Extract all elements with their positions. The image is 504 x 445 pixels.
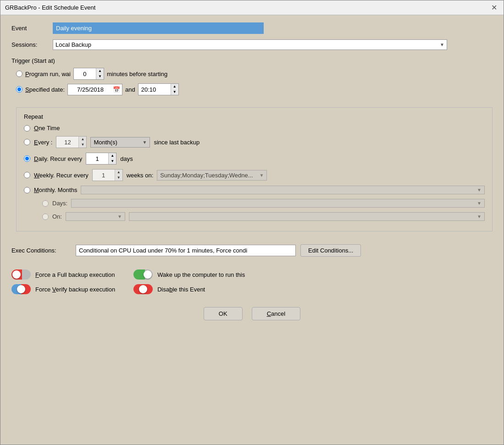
monthly-months-arrow: ▼ — [477, 187, 482, 192]
weekly-underline: W — [34, 172, 39, 179]
specified-date-radio[interactable] — [16, 86, 22, 93]
time-input[interactable] — [138, 85, 171, 94]
on-left-arrow: ▼ — [117, 214, 122, 219]
program-run-radio[interactable] — [16, 71, 22, 77]
program-run-underline: P — [25, 71, 29, 77]
wake-toggle-row: Wake up the computer to run this — [133, 269, 245, 280]
date-input-wrapper[interactable]: 📅 — [67, 84, 122, 95]
weekly-row: Weekly. Recur every ▲ ▼ weeks on: Sunday… — [24, 169, 485, 181]
right-toggle-col: Wake up the computer to run this Disable… — [133, 269, 245, 294]
time-spinner[interactable]: ▲ ▼ — [138, 83, 179, 95]
every-increment[interactable]: ▲ — [79, 137, 86, 142]
weekly-spinner-btns: ▲ ▼ — [115, 170, 122, 181]
daily-decrement[interactable]: ▼ — [109, 159, 116, 164]
exec-conditions-row: Exec Conditions: Edit Conditions... — [11, 244, 493, 257]
monthly-radio[interactable] — [24, 187, 30, 193]
one-time-row: One Time — [24, 125, 485, 132]
one-time-underline: O — [34, 125, 39, 132]
event-label: Event — [11, 25, 48, 32]
one-time-radio[interactable] — [24, 125, 30, 132]
weekly-value-input[interactable] — [93, 171, 115, 180]
every-unit-dropdown[interactable]: Month(s) ▼ — [90, 137, 150, 148]
trigger-section: Trigger (Start at) Program run, wai ▲ ▼ … — [11, 55, 493, 99]
title-bar: GRBackPro - Edit Schedule Event ✕ — [0, 0, 504, 15]
force-full-knob — [12, 270, 21, 279]
weekly-days-dropdown[interactable]: Sunday;Monday;Tuesday;Wedne... ▼ — [157, 170, 267, 181]
force-full-toggle[interactable] — [11, 269, 31, 280]
daily-radio[interactable] — [24, 155, 30, 162]
daily-row: Daily. Recur every ▲ ▼ days — [24, 153, 485, 165]
program-run-increment[interactable]: ▲ — [96, 68, 104, 74]
time-decrement[interactable]: ▼ — [171, 89, 178, 95]
event-input[interactable] — [53, 22, 264, 34]
every-suffix: since last backup — [154, 139, 199, 146]
every-spinner[interactable]: ▲ ▼ — [56, 136, 87, 148]
close-button[interactable]: ✕ — [489, 3, 499, 12]
every-underline: E — [34, 139, 38, 146]
daily-label: Daily. Recur every — [34, 155, 82, 162]
program-run-minutes-input[interactable] — [74, 70, 96, 78]
repeat-section: Repeat One Time Every : ▲ ▼ — [16, 107, 493, 231]
time-increment[interactable]: ▲ — [171, 84, 178, 89]
ok-button[interactable]: OK — [204, 307, 243, 320]
program-run-decrement[interactable]: ▼ — [96, 74, 104, 79]
days-radio[interactable] — [42, 200, 49, 207]
every-decrement[interactable]: ▼ — [79, 142, 86, 148]
on-label: On: — [52, 213, 62, 220]
daily-spinner[interactable]: ▲ ▼ — [86, 153, 116, 165]
on-row: On: ▼ ▼ — [42, 212, 485, 221]
bottom-buttons: OK Cancel — [11, 300, 493, 330]
wake-label: Wake up the computer to run this — [157, 271, 245, 278]
event-row: Event — [11, 22, 493, 34]
wake-toggle[interactable] — [133, 269, 153, 280]
force-full-label: Force a Full backup execution — [35, 271, 115, 278]
program-run-suffix: minutes before starting — [107, 71, 167, 77]
exec-conditions-label: Exec Conditions: — [11, 247, 71, 254]
weekly-increment[interactable]: ▲ — [115, 170, 122, 175]
weekly-days-value: Sunday;Monday;Tuesday;Wedne... — [160, 172, 253, 179]
weekly-weeks-label: weeks on: — [127, 172, 154, 179]
on-right-dropdown[interactable]: ▼ — [129, 212, 485, 221]
program-run-spinner-btns: ▲ ▼ — [96, 68, 104, 79]
on-right-arrow: ▼ — [477, 214, 482, 219]
weekly-spinner[interactable]: ▲ ▼ — [92, 169, 123, 181]
daily-increment[interactable]: ▲ — [109, 153, 116, 159]
wake-knob — [144, 270, 152, 279]
disable-toggle-row: Disable this Event — [133, 284, 245, 294]
every-radio[interactable] — [24, 139, 30, 145]
cancel-underline: C — [267, 310, 271, 317]
daily-underline: D — [34, 155, 38, 162]
weekly-radio[interactable] — [24, 172, 30, 178]
on-radio[interactable] — [42, 214, 49, 220]
force-verify-toggle-row: Force Verify backup execution — [11, 284, 115, 294]
monthly-underline: M — [34, 187, 39, 193]
program-run-spinner[interactable]: ▲ ▼ — [73, 68, 104, 80]
main-window: GRBackPro - Edit Schedule Event ✕ Event … — [0, 0, 504, 445]
disable-toggle[interactable] — [133, 284, 153, 294]
disable-knob — [139, 285, 147, 293]
sessions-dropdown-arrow: ▼ — [440, 42, 444, 47]
edit-conditions-button[interactable]: Edit Conditions... — [300, 244, 361, 257]
monthly-months-dropdown[interactable]: ▼ — [81, 186, 485, 194]
force-verify-underline: V — [52, 286, 56, 293]
weekly-decrement[interactable]: ▼ — [115, 175, 122, 181]
repeat-label: Repeat — [24, 113, 485, 120]
date-input[interactable] — [70, 85, 111, 94]
exec-conditions-input[interactable] — [76, 245, 296, 256]
days-label: Days: — [52, 200, 67, 207]
force-verify-toggle[interactable] — [11, 284, 31, 294]
on-left-dropdown[interactable]: ▼ — [66, 212, 125, 221]
calendar-icon[interactable]: 📅 — [113, 86, 120, 93]
every-value-input[interactable] — [56, 138, 78, 147]
days-dropdown[interactable]: ▼ — [71, 199, 485, 208]
daily-spinner-btns: ▲ ▼ — [108, 153, 116, 164]
days-row: Days: ▼ — [42, 199, 485, 208]
sessions-value: Local Backup — [55, 41, 91, 48]
every-unit-arrow: ▼ — [143, 140, 147, 145]
sessions-dropdown[interactable]: Local Backup ▼ — [53, 39, 447, 50]
left-toggle-col: Force a Full backup execution Force Veri… — [11, 269, 115, 294]
every-label: Every : — [34, 139, 52, 146]
daily-value-input[interactable] — [86, 154, 108, 163]
force-full-toggle-row: Force a Full backup execution — [11, 269, 115, 280]
cancel-button[interactable]: Cancel — [252, 307, 300, 320]
